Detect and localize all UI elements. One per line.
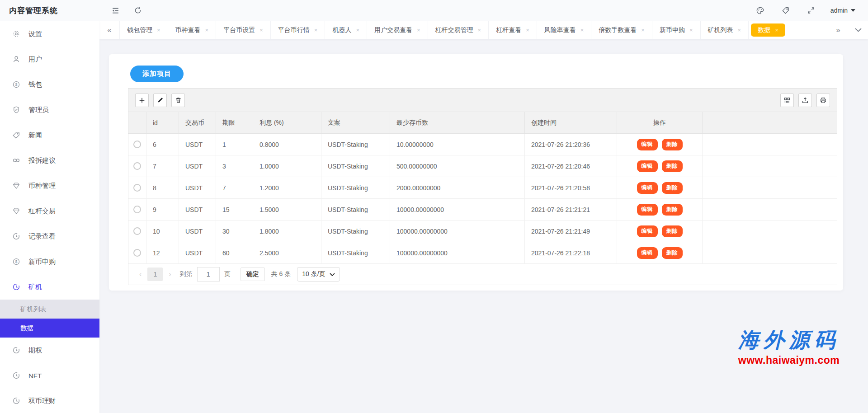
edit-button[interactable]: 编辑 (637, 247, 658, 259)
palette-icon (756, 6, 764, 15)
tag-button[interactable] (778, 3, 793, 18)
tab-close-icon[interactable]: × (157, 27, 160, 33)
cell-value: USDT (185, 163, 203, 170)
fullscreen-button[interactable] (803, 3, 819, 18)
table-cell: 15 (216, 199, 253, 220)
tab-multiple-lots-view[interactable]: 倍数手数查看× (591, 21, 652, 39)
cell-value: 12 (153, 249, 160, 257)
edit-button[interactable]: 编辑 (637, 160, 658, 172)
tabs-menu-button[interactable] (848, 21, 868, 39)
sidebar-item-feedback[interactable]: 投拆建议 (0, 148, 99, 173)
edit-row-button[interactable] (153, 94, 167, 107)
delete-button[interactable]: 删除 (662, 160, 683, 172)
sidebar-item-admins[interactable]: 管理员 (0, 97, 99, 122)
tab-close-icon[interactable]: × (314, 27, 318, 33)
tabs-scroll-right-button[interactable]: » (828, 21, 848, 39)
tab-close-icon[interactable]: × (526, 27, 529, 33)
column-label: 期限 (222, 119, 235, 127)
delete-button[interactable]: 删除 (662, 225, 683, 237)
sidebar-subitem-miner-data[interactable]: 数据 (0, 319, 99, 338)
refresh-button[interactable] (130, 3, 146, 18)
tab-miner-data[interactable]: 数据× (751, 23, 785, 37)
delete-button[interactable]: 删除 (662, 204, 683, 216)
sidebar-item-label: 投拆建议 (28, 156, 56, 165)
tab-platform-coin-config[interactable]: 平台币设置× (216, 21, 271, 39)
delete-button[interactable]: 删除 (662, 182, 683, 194)
row-radio[interactable] (133, 227, 141, 235)
tab-margin-trade-manage[interactable]: 杠杆交易管理× (428, 21, 489, 39)
current-page-button[interactable]: 1 (147, 268, 163, 281)
row-radio[interactable] (133, 141, 141, 148)
tab-close-icon[interactable]: × (775, 27, 778, 33)
tab-user-trade-view[interactable]: 用户交易查看× (367, 21, 428, 39)
filter-columns-button[interactable] (780, 94, 794, 107)
tab-label: 平台币行情 (278, 26, 310, 34)
next-page-button[interactable]: › (165, 270, 175, 278)
tab-close-icon[interactable]: × (689, 27, 693, 33)
content-area: 添加项目 id交易币期限利息 (%)文案最少存币数创建时间操作 6USDT10.… (99, 39, 868, 413)
table-cell: USDT (179, 177, 216, 198)
edit-button[interactable]: 编辑 (637, 139, 658, 150)
sidebar-item-settings[interactable]: 设置 (0, 21, 99, 47)
row-radio[interactable] (133, 162, 141, 170)
sidebar-item-record-view[interactable]: 记录查看 (0, 224, 99, 249)
sidebar-subitem-miner-list[interactable]: 矿机列表 (0, 300, 99, 319)
tab-label: 新币申购 (660, 26, 685, 34)
add-row-button[interactable] (135, 94, 149, 107)
cell-value: 1.0000 (259, 163, 279, 170)
tab-close-icon[interactable]: × (205, 27, 209, 33)
edit-button[interactable]: 编辑 (637, 204, 658, 216)
print-button[interactable] (816, 94, 830, 107)
tab-risk-rate-view[interactable]: 风险率查看× (537, 21, 592, 39)
collapse-sidebar-button[interactable] (108, 3, 123, 18)
tab-wallet-manage[interactable]: 钱包管理× (120, 21, 168, 39)
tab-margin-view[interactable]: 杠杆查看× (489, 21, 537, 39)
theme-button[interactable] (753, 3, 768, 18)
sidebar-item-options[interactable]: 期权 (0, 338, 99, 363)
cell-value: 2021-07-26 21:20:58 (531, 184, 590, 192)
tab-close-icon[interactable]: × (356, 27, 359, 33)
tab-close-icon[interactable]: × (417, 27, 420, 33)
tab-platform-coin-market[interactable]: 平台币行情× (271, 21, 326, 39)
prev-page-button[interactable]: ‹ (135, 270, 146, 278)
sidebar-item-label: 矿机 (28, 283, 42, 291)
row-radio[interactable] (133, 249, 141, 257)
sidebar-item-dual-invest[interactable]: 双币理财 (0, 388, 99, 413)
table-row: 6USDT10.8000USDT-Staking10.000000002021-… (128, 134, 837, 155)
sidebar-item-miner[interactable]: 矿机 (0, 274, 99, 300)
edit-button[interactable]: 编辑 (637, 182, 658, 194)
export-button[interactable] (798, 94, 812, 107)
sidebar-item-news[interactable]: 新闻 (0, 122, 99, 148)
sidebar-item-coin-manage[interactable]: 币种管理 (0, 173, 99, 198)
tab-miner-list[interactable]: 矿机列表× (701, 21, 749, 39)
history-icon (12, 371, 21, 380)
tab-close-icon[interactable]: × (641, 27, 645, 33)
sidebar-item-margin-trade[interactable]: 杠杆交易 (0, 198, 99, 224)
page-number-input[interactable] (197, 267, 220, 282)
confirm-page-button[interactable]: 确定 (241, 268, 265, 281)
tab-coin-view[interactable]: 币种查看× (168, 21, 217, 39)
row-radio[interactable] (133, 184, 141, 192)
row-radio[interactable] (133, 206, 141, 213)
tab-close-icon[interactable]: × (580, 27, 584, 33)
sidebar-item-users[interactable]: 用户 (0, 47, 99, 72)
tab-new-coin-subscribe[interactable]: 新币申购× (652, 21, 701, 39)
tab-robot[interactable]: 机器人× (325, 21, 367, 39)
tabs-scroll-left-button[interactable]: « (99, 21, 119, 39)
sidebar-item-wallet[interactable]: $钱包 (0, 72, 99, 97)
tab-close-icon[interactable]: × (478, 27, 481, 33)
delete-button[interactable]: 删除 (662, 247, 683, 259)
edit-button[interactable]: 编辑 (637, 225, 658, 237)
sidebar-item-new-coin-subscribe[interactable]: $新币申购 (0, 249, 99, 274)
user-menu[interactable]: admin (830, 7, 855, 14)
tab-close-icon[interactable]: × (738, 27, 741, 33)
cell-value: 15 (222, 206, 230, 213)
delete-button[interactable]: 删除 (662, 139, 683, 150)
tab-label: 数据 (758, 26, 770, 34)
tab-close-icon[interactable]: × (259, 27, 263, 33)
add-item-button[interactable]: 添加项目 (130, 66, 184, 82)
sidebar-item-nft[interactable]: NFT (0, 363, 99, 388)
page-size-select[interactable]: 10 条/页 (297, 267, 340, 282)
header-cell: 期限 (216, 112, 253, 133)
delete-row-button[interactable] (171, 94, 185, 107)
